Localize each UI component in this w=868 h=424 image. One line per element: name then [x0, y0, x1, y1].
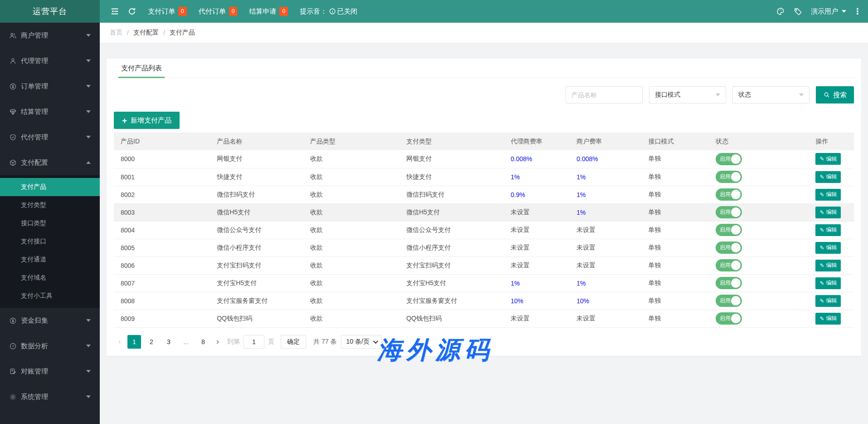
sidebar-item-data-analysis[interactable]: 数据分析 [0, 333, 100, 359]
sidebar-item-merchant[interactable]: 商户管理 [0, 23, 100, 48]
nav-counter[interactable]: 支付订单 0 [148, 7, 187, 16]
edit-button[interactable]: ✎ 编辑 [815, 260, 841, 271]
cell-merchant-rate[interactable]: 1% [576, 209, 585, 216]
nav-counter[interactable]: 结算申请 0 [249, 7, 288, 16]
top-header: 运营平台 支付订单 0 代付订单 0 结算申请 0 提示音： 已关闭 [0, 0, 868, 23]
cell-agent-rate[interactable]: 0.008% [511, 155, 532, 163]
cell-product-type: 收款 [310, 261, 323, 269]
status-toggle[interactable]: 启用 [716, 259, 742, 271]
per-page-select[interactable]: 10 条/页 [341, 335, 381, 349]
user-name: 演示用户 [811, 7, 838, 16]
product-name-input[interactable] [566, 86, 643, 104]
cell-agent-rate[interactable]: 1% [511, 280, 520, 287]
cell-product-id: 8008 [121, 297, 135, 305]
sidebar-item-fund-collection[interactable]: 资金归集 [0, 308, 100, 333]
edit-label: 编辑 [826, 279, 837, 287]
page-number-button[interactable]: 8 [196, 335, 210, 349]
goto-page-input[interactable] [244, 335, 264, 349]
cell-merchant-rate[interactable]: 1% [576, 173, 585, 181]
status-toggle[interactable]: 启用 [716, 171, 742, 183]
sidebar-item-orders[interactable]: 订单管理 [0, 74, 100, 99]
edit-label: 编辑 [826, 155, 837, 163]
edit-button[interactable]: ✎ 编辑 [815, 171, 841, 183]
edit-button[interactable]: ✎ 编辑 [815, 295, 841, 307]
add-payment-product-button[interactable]: + 新增支付产品 [114, 112, 180, 129]
breadcrumb-home[interactable]: 首页 [110, 29, 122, 37]
chevron-up-icon [86, 161, 91, 164]
cell-merchant-rate[interactable]: 0.008% [576, 155, 598, 163]
tag-icon[interactable] [789, 0, 806, 23]
prev-page-button[interactable]: ‹ [114, 335, 126, 349]
goto-confirm-button[interactable]: 确定 [281, 335, 306, 349]
status-toggle[interactable]: 启用 [716, 277, 742, 289]
edit-button[interactable]: ✎ 编辑 [815, 224, 841, 236]
tab-payment-product-list[interactable]: 支付产品列表 [118, 59, 165, 78]
sidebar-item-reconciliation[interactable]: 对账管理 [0, 359, 100, 384]
status-toggle[interactable]: 启用 [716, 312, 742, 325]
cell-agent-rate[interactable]: 10% [511, 297, 523, 305]
status-toggle[interactable]: 启用 [716, 153, 742, 165]
cell-merchant-rate[interactable]: 1% [576, 191, 585, 198]
edit-label: 编辑 [826, 208, 837, 216]
sidebar-subitem-payment-type[interactable]: 支付类型 [0, 196, 100, 214]
edit-button[interactable]: ✎ 编辑 [815, 189, 841, 201]
count-badge: 0 [279, 7, 288, 16]
cell-product-name: 支付宝扫码支付 [217, 261, 261, 269]
cell-product-id: 8001 [121, 173, 135, 181]
sound-toggle[interactable]: 提示音： 已关闭 [300, 7, 357, 16]
breadcrumb: 首页 / 支付配置 / 支付产品 [100, 23, 868, 43]
status-toggle[interactable]: 启用 [716, 224, 742, 236]
refresh-icon[interactable] [123, 0, 141, 23]
page-number-button[interactable]: 1 [127, 335, 141, 349]
select-value: 接口模式 [655, 91, 680, 99]
info-icon [329, 8, 336, 15]
topbar-main: 支付订单 0 代付订单 0 结算申请 0 提示音： 已关闭 [100, 0, 868, 23]
page-number-button[interactable]: 2 [145, 335, 158, 349]
breadcrumb-payment-product[interactable]: 支付产品 [170, 29, 195, 37]
cell-merchant-rate[interactable]: 1% [576, 280, 585, 287]
table-row: 8009 QQ钱包扫码 收款 QQ钱包扫码 未设置 未设置 单独 启用 ✎ 编辑 [114, 310, 854, 327]
status-toggle[interactable]: 启用 [716, 188, 742, 201]
sidebar-subitem-payment-tools[interactable]: 支付小工具 [0, 287, 100, 305]
search-button[interactable]: 搜索 [816, 86, 854, 104]
cell-interface-mode: 单独 [649, 226, 661, 233]
nav-counter[interactable]: 代付订单 0 [199, 7, 238, 16]
sidebar-item-payment-config[interactable]: 支付配置 [0, 150, 100, 175]
sidebar-item-payout[interactable]: 代付管理 [0, 124, 100, 150]
edit-label: 编辑 [826, 261, 837, 269]
sidebar-item-system[interactable]: 系统管理 [0, 384, 100, 409]
cell-agent-rate[interactable]: 1% [511, 173, 520, 181]
status-select[interactable]: 状态 [732, 86, 809, 104]
page-number-button[interactable]: 3 [162, 335, 176, 349]
collapse-sidebar-icon[interactable] [106, 0, 123, 23]
edit-button[interactable]: ✎ 编辑 [815, 313, 841, 325]
sidebar-item-agent[interactable]: 代理管理 [0, 48, 100, 74]
breadcrumb-payment-config[interactable]: 支付配置 [133, 29, 159, 37]
status-toggle[interactable]: 启用 [716, 242, 742, 254]
sidebar-subitem-payment-domain[interactable]: 支付域名 [0, 269, 100, 287]
sidebar-subitem-payment-channel[interactable]: 支付通道 [0, 251, 100, 269]
edit-button[interactable]: ✎ 编辑 [815, 277, 841, 289]
theme-palette-icon[interactable] [772, 0, 789, 23]
interface-mode-select[interactable]: 接口模式 [649, 86, 726, 104]
status-toggle[interactable]: 启用 [716, 295, 742, 307]
sidebar-item-settlement[interactable]: 结算管理 [0, 99, 100, 124]
edit-button[interactable]: ✎ 编辑 [815, 242, 841, 254]
table-row: 8005 微信小程序支付 收款 微信小程序支付 未设置 未设置 单独 启用 ✎ … [114, 239, 854, 256]
edit-button[interactable]: ✎ 编辑 [815, 153, 841, 165]
sidebar-subitem-payment-product[interactable]: 支付产品 [0, 178, 100, 196]
edit-button[interactable]: ✎ 编辑 [815, 207, 841, 218]
cell-agent-rate[interactable]: 0.9% [511, 191, 525, 198]
sidebar-subitem-payment-interface[interactable]: 支付接口 [0, 232, 100, 251]
sidebar-subitem-interface-type[interactable]: 接口类型 [0, 214, 100, 232]
subitem-label: 接口类型 [21, 219, 46, 227]
status-toggle[interactable]: 启用 [716, 206, 742, 218]
cell-merchant-rate[interactable]: 10% [576, 297, 589, 305]
more-menu-icon[interactable]: ⋮ [851, 6, 864, 16]
cell-pay-type: QQ钱包扫码 [406, 315, 442, 322]
next-page-button[interactable]: › [212, 335, 224, 349]
pencil-icon: ✎ [819, 227, 824, 233]
user-menu[interactable]: 演示用户 [806, 7, 851, 16]
table-row: 8007 支付宝H5支付 收款 支付宝H5支付 1% 1% 单独 启用 ✎ 编辑 [114, 274, 854, 292]
cell-product-id: 8007 [121, 280, 135, 287]
